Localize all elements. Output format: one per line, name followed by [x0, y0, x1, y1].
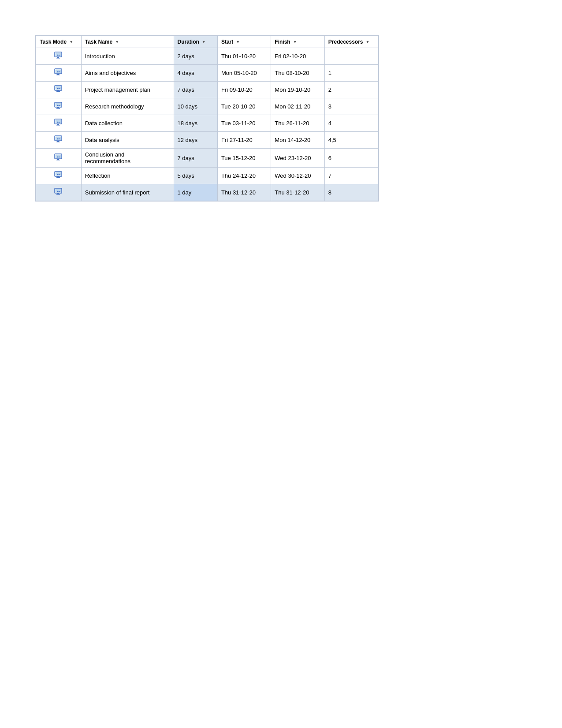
svg-rect-44	[57, 176, 59, 177]
task-mode-cell	[36, 132, 82, 149]
predecessors-sort-icon[interactable]: ▼	[366, 40, 370, 44]
svg-rect-19	[55, 103, 61, 107]
svg-rect-11	[58, 71, 60, 72]
task-name-cell: Introduction	[81, 48, 174, 65]
svg-rect-53	[58, 191, 60, 192]
start-cell: Thu 01-10-20	[217, 48, 271, 65]
finish-cell: Fri 02-10-20	[271, 48, 324, 65]
svg-rect-3	[56, 58, 60, 59]
svg-rect-20	[57, 107, 59, 108]
duration-cell: 7 days	[174, 149, 217, 168]
predecessors-cell: 3	[324, 98, 378, 115]
duration-cell: 5 days	[174, 168, 217, 184]
finish-cell: Thu 26-11-20	[271, 115, 324, 132]
table-row: Aims and objectives4 daysMon 05-10-20Thu…	[36, 65, 379, 82]
task-mode-cell	[36, 48, 82, 65]
finish-sort-icon[interactable]: ▼	[293, 40, 297, 44]
svg-rect-39	[56, 160, 60, 161]
predecessors-cell: 2	[324, 82, 378, 98]
task-mode-cell	[36, 168, 82, 184]
svg-rect-38	[57, 159, 59, 160]
predecessors-cell: 8	[324, 184, 378, 201]
task-name-cell: Data collection	[81, 115, 174, 132]
task-name-cell: Research methodology	[81, 98, 174, 115]
finish-cell: Wed 30-12-20	[271, 168, 324, 184]
svg-rect-32	[57, 141, 59, 142]
svg-rect-25	[55, 120, 61, 123]
task-mode-cell	[36, 115, 82, 132]
svg-rect-13	[55, 86, 61, 90]
start-cell: Tue 15-12-20	[217, 149, 271, 168]
finish-cell: Mon 19-10-20	[271, 82, 324, 98]
task-mode-cell	[36, 98, 82, 115]
start-cell: Tue 20-10-20	[217, 98, 271, 115]
header-finish: Finish ▼	[271, 36, 324, 48]
svg-rect-1	[55, 53, 61, 56]
duration-cell: 12 days	[174, 132, 217, 149]
predecessors-cell: 4,5	[324, 132, 378, 149]
duration-cell: 4 days	[174, 65, 217, 82]
table-row: Data collection18 daysTue 03-11-20Thu 26…	[36, 115, 379, 132]
header-duration: Duration ▼	[174, 36, 217, 48]
svg-rect-51	[56, 194, 60, 195]
svg-rect-14	[57, 90, 59, 91]
svg-rect-49	[55, 189, 61, 193]
task-name-sort-icon[interactable]: ▼	[115, 40, 119, 44]
svg-rect-47	[58, 174, 60, 175]
duration-cell: 7 days	[174, 82, 217, 98]
finish-cell: Mon 14-12-20	[271, 132, 324, 149]
start-cell: Mon 05-10-20	[217, 65, 271, 82]
svg-rect-41	[58, 157, 60, 157]
svg-rect-43	[55, 172, 61, 176]
start-cell: Tue 03-11-20	[217, 115, 271, 132]
table-row: Submission of final report1 dayThu 31-12…	[36, 184, 379, 201]
predecessors-cell: 7	[324, 168, 378, 184]
predecessors-cell	[324, 48, 378, 65]
table-row: Reflection5 daysThu 24-12-20Wed 30-12-20…	[36, 168, 379, 184]
predecessors-cell: 4	[324, 115, 378, 132]
finish-cell: Thu 08-10-20	[271, 65, 324, 82]
task-mode-cell	[36, 65, 82, 82]
table-row: Conclusion and recommendations7 daysTue …	[36, 149, 379, 168]
header-start: Start ▼	[217, 36, 271, 48]
table-container: Task Mode ▼ Task Name ▼ Duration ▼	[35, 35, 379, 202]
task-name-cell: Aims and objectives	[81, 65, 174, 82]
svg-rect-21	[56, 108, 60, 109]
finish-cell: Mon 02-11-20	[271, 98, 324, 115]
svg-rect-33	[56, 142, 60, 142]
task-mode-cell	[36, 184, 82, 201]
start-cell: Thu 24-12-20	[217, 168, 271, 184]
svg-rect-45	[56, 177, 60, 178]
task-name-cell: Project management plan	[81, 82, 174, 98]
svg-rect-2	[57, 57, 59, 58]
task-mode-cell	[36, 149, 82, 168]
duration-cell: 18 days	[174, 115, 217, 132]
svg-rect-23	[58, 105, 60, 106]
start-cell: Thu 31-12-20	[217, 184, 271, 201]
task-name-cell: Submission of final report	[81, 184, 174, 201]
start-cell: Fri 09-10-20	[217, 82, 271, 98]
duration-cell: 1 day	[174, 184, 217, 201]
header-task-mode: Task Mode ▼	[36, 36, 82, 48]
predecessors-cell: 6	[324, 149, 378, 168]
duration-sort-icon[interactable]: ▼	[202, 40, 206, 44]
start-sort-icon[interactable]: ▼	[236, 40, 240, 44]
task-mode-cell	[36, 82, 82, 98]
svg-rect-50	[57, 193, 59, 194]
task-name-cell: Conclusion and recommendations	[81, 149, 174, 168]
svg-rect-5	[58, 55, 60, 56]
svg-rect-31	[55, 137, 61, 140]
header-task-name: Task Name ▼	[81, 36, 174, 48]
svg-rect-7	[55, 70, 61, 73]
svg-rect-26	[57, 124, 59, 125]
table-row: Research methodology10 daysTue 20-10-20M…	[36, 98, 379, 115]
svg-rect-9	[56, 75, 60, 75]
task-mode-sort-icon[interactable]: ▼	[69, 40, 73, 44]
svg-rect-15	[56, 91, 60, 92]
svg-rect-37	[55, 154, 61, 158]
header-predecessors: Predecessors ▼	[324, 36, 378, 48]
svg-rect-27	[56, 125, 60, 126]
svg-rect-17	[58, 88, 60, 89]
svg-rect-8	[57, 74, 59, 75]
finish-cell: Thu 31-12-20	[271, 184, 324, 201]
